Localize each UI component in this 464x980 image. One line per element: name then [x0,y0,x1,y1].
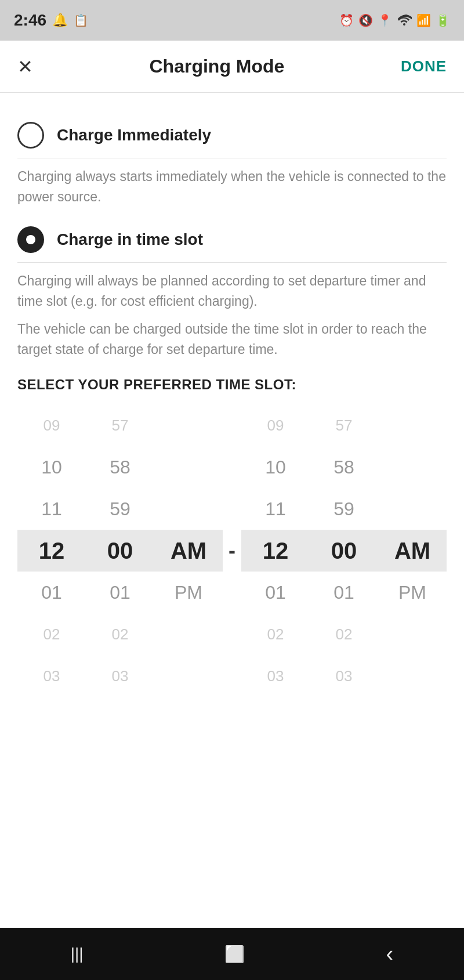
start-minute-col[interactable]: 57 58 59 00 01 02 03 [86,404,154,697]
picker-item[interactable] [154,488,223,530]
end-hour-col[interactable]: 09 10 11 12 01 02 03 [241,404,310,697]
picker-item[interactable]: 01 [86,572,154,613]
divider-1 [17,158,447,158]
picker-item[interactable]: 01 [241,572,310,613]
alarm-icon: ⏰ [339,13,354,27]
option-charge-timeslot-label: Charge in time slot [57,230,203,249]
picker-item[interactable]: 02 [241,613,310,655]
option-charge-timeslot[interactable]: Charge in time slot [17,215,447,253]
status-time: 2:46 🔔 📋 [14,11,88,30]
picker-item[interactable]: 09 [241,404,310,446]
picker-item[interactable]: 03 [310,655,378,697]
picker-item[interactable]: PM [154,572,223,613]
picker-item[interactable]: 09 [17,404,86,446]
status-bar: 2:46 🔔 📋 ⏰ 🔇 📍 📶 🔋 [0,0,464,41]
close-button[interactable]: ✕ [17,56,33,78]
time-slot-header: SELECT YOUR PREFERRED TIME SLOT: [17,377,447,393]
picker-item[interactable]: 59 [86,488,154,530]
picker-item[interactable] [154,446,223,488]
picker-item[interactable] [154,655,223,697]
picker-item[interactable] [378,446,447,488]
picker-item-selected[interactable]: 00 [310,530,378,572]
recent-apps-button[interactable]: ||| [71,945,84,963]
time-range-separator: - [223,538,241,563]
time-pickers: 09 10 11 12 01 02 03 57 58 59 00 01 02 0… [17,404,447,697]
picker-item[interactable] [154,404,223,446]
charge-immediately-description: Charging always starts immediately when … [17,167,447,207]
time-display: 2:46 [14,11,46,30]
wifi-icon [397,13,412,28]
picker-item[interactable]: 59 [310,488,378,530]
picker-item[interactable]: 11 [241,488,310,530]
picker-item[interactable]: 03 [241,655,310,697]
end-ampm-col[interactable]: AM PM [378,404,447,697]
start-hour-col[interactable]: 09 10 11 12 01 02 03 [17,404,86,697]
picker-item-selected[interactable]: AM [154,530,223,572]
done-button[interactable]: DONE [401,57,447,75]
home-button[interactable]: ⬜ [224,945,245,964]
picker-item[interactable]: 01 [17,572,86,613]
battery-icon: 🔋 [436,13,450,27]
picker-item[interactable]: 02 [17,613,86,655]
app-bar: ✕ Charging Mode DONE [0,41,464,93]
picker-item[interactable]: 03 [17,655,86,697]
option-charge-immediately[interactable]: Charge Immediately [17,110,447,149]
status-icon-alarm: 🔔 [52,13,68,28]
picker-item[interactable] [378,655,447,697]
radio-charge-immediately[interactable] [17,122,44,149]
picker-item[interactable] [378,488,447,530]
picker-item[interactable] [378,404,447,446]
picker-item[interactable]: 02 [86,613,154,655]
end-minute-col[interactable]: 57 58 59 00 01 02 03 [310,404,378,697]
option-charge-immediately-label: Charge Immediately [57,126,211,144]
charge-timeslot-description1: Charging will always be planned accordin… [17,271,447,311]
picker-item[interactable]: 10 [17,446,86,488]
picker-item[interactable] [154,613,223,655]
picker-item[interactable]: 57 [86,404,154,446]
divider-2 [17,262,447,263]
radio-charge-timeslot[interactable] [17,226,44,253]
mute-icon: 🔇 [358,13,373,27]
picker-item-selected[interactable]: 00 [86,530,154,572]
picker-item[interactable] [378,613,447,655]
back-button[interactable]: ‹ [386,942,394,967]
end-time-picker[interactable]: 09 10 11 12 01 02 03 57 58 59 00 01 02 0… [241,404,447,697]
picker-item[interactable]: 11 [17,488,86,530]
status-icons: ⏰ 🔇 📍 📶 🔋 [339,13,450,28]
picker-item[interactable]: 58 [310,446,378,488]
start-ampm-col[interactable]: AM PM [154,404,223,697]
picker-item-selected[interactable]: AM [378,530,447,572]
picker-item[interactable]: 02 [310,613,378,655]
picker-item-selected[interactable]: 12 [241,530,310,572]
signal-icon: 📶 [416,13,431,27]
charge-timeslot-description2: The vehicle can be charged outside the t… [17,319,447,359]
picker-item[interactable]: 03 [86,655,154,697]
location-icon: 📍 [378,13,392,27]
main-content: Charge Immediately Charging always start… [0,93,464,697]
picker-item[interactable]: 58 [86,446,154,488]
picker-item[interactable]: 10 [241,446,310,488]
bottom-nav: ||| ⬜ ‹ [0,928,464,980]
picker-item[interactable]: 01 [310,572,378,613]
start-time-picker[interactable]: 09 10 11 12 01 02 03 57 58 59 00 01 02 0… [17,404,223,697]
status-icon-sim: 📋 [74,13,88,27]
picker-item-selected[interactable]: 12 [17,530,86,572]
picker-item[interactable]: 57 [310,404,378,446]
page-title: Charging Mode [150,56,285,77]
picker-item[interactable]: PM [378,572,447,613]
